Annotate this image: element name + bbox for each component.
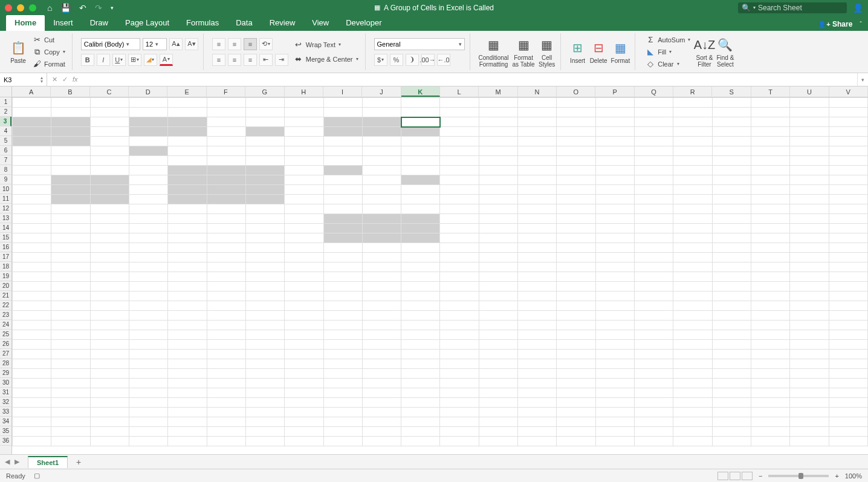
find-select-button[interactable]: 🔍Find & Select	[716, 36, 734, 68]
cell[interactable]	[751, 272, 789, 282]
cell[interactable]	[635, 108, 673, 117]
cell[interactable]	[323, 98, 362, 108]
cell[interactable]	[712, 108, 751, 117]
cell[interactable]	[51, 301, 90, 311]
cell[interactable]	[285, 417, 323, 427]
cell[interactable]	[790, 108, 829, 117]
bold-button[interactable]: B	[81, 54, 94, 66]
cell[interactable]	[790, 262, 829, 272]
cell[interactable]	[712, 214, 751, 224]
cell[interactable]	[362, 359, 401, 369]
font-color-button[interactable]: A▾	[160, 54, 173, 66]
insert-cells-button[interactable]: ⊞Insert	[569, 39, 586, 64]
cell[interactable]	[90, 204, 129, 214]
cell[interactable]	[245, 262, 284, 272]
paste-button[interactable]: 📋 Paste	[10, 39, 27, 64]
cell[interactable]	[13, 98, 51, 108]
cell[interactable]	[401, 262, 440, 272]
col-header-R[interactable]: R	[673, 86, 712, 97]
cell[interactable]	[362, 427, 401, 437]
cell[interactable]	[712, 127, 751, 137]
cell[interactable]	[362, 253, 401, 262]
cell[interactable]	[673, 243, 712, 253]
cell[interactable]	[790, 195, 829, 204]
cell[interactable]	[51, 340, 90, 350]
cell[interactable]	[440, 388, 479, 398]
cell[interactable]	[168, 388, 207, 398]
align-right-icon[interactable]: ≡	[244, 54, 257, 66]
cell[interactable]	[829, 291, 867, 301]
cell[interactable]	[13, 379, 51, 388]
cell[interactable]	[751, 175, 789, 185]
cell[interactable]	[790, 156, 829, 166]
cell[interactable]	[635, 369, 673, 379]
cell[interactable]	[595, 417, 634, 427]
cell[interactable]	[245, 359, 284, 369]
maximize-icon[interactable]	[29, 4, 36, 11]
cut-button[interactable]: ✂Cut	[30, 34, 67, 45]
cell[interactable]	[207, 398, 245, 408]
cell[interactable]	[712, 359, 751, 369]
cell[interactable]	[285, 117, 323, 127]
cell[interactable]	[168, 127, 207, 137]
cell[interactable]	[51, 427, 90, 437]
cell[interactable]	[285, 350, 323, 359]
cell[interactable]	[51, 388, 90, 398]
cell[interactable]	[323, 408, 362, 417]
copy-button[interactable]: ⧉Copy▾	[30, 47, 67, 57]
cell[interactable]	[751, 224, 789, 233]
cell[interactable]	[168, 350, 207, 359]
align-middle-icon[interactable]: ≡	[228, 38, 241, 50]
cell[interactable]	[207, 379, 245, 388]
cell[interactable]	[245, 291, 284, 301]
cell[interactable]	[245, 437, 284, 446]
cell[interactable]	[90, 243, 129, 253]
cell[interactable]	[245, 330, 284, 340]
cell[interactable]	[518, 127, 557, 137]
cell[interactable]	[90, 117, 129, 127]
cell[interactable]	[829, 379, 867, 388]
cell[interactable]	[51, 398, 90, 408]
cell[interactable]	[13, 427, 51, 437]
cell[interactable]	[673, 398, 712, 408]
cell[interactable]	[829, 98, 867, 108]
cell[interactable]	[245, 253, 284, 262]
cell[interactable]	[207, 233, 245, 243]
cell[interactable]	[207, 311, 245, 321]
cell[interactable]	[751, 214, 789, 224]
cell[interactable]	[285, 262, 323, 272]
cell[interactable]	[712, 398, 751, 408]
cell[interactable]	[712, 417, 751, 427]
cell[interactable]	[479, 291, 517, 301]
cell[interactable]	[285, 253, 323, 262]
cell[interactable]	[829, 359, 867, 369]
cell[interactable]	[595, 408, 634, 417]
cell[interactable]	[673, 253, 712, 262]
cell[interactable]	[401, 321, 440, 330]
cell[interactable]	[557, 214, 595, 224]
cell[interactable]	[595, 214, 634, 224]
cell[interactable]	[129, 127, 167, 137]
cell[interactable]	[285, 379, 323, 388]
cell[interactable]	[557, 340, 595, 350]
cell[interactable]	[635, 137, 673, 146]
cell[interactable]	[829, 233, 867, 243]
cell[interactable]	[790, 369, 829, 379]
cell[interactable]	[362, 98, 401, 108]
cell[interactable]	[168, 437, 207, 446]
cell[interactable]	[790, 204, 829, 214]
cell[interactable]	[673, 262, 712, 272]
cell[interactable]	[285, 214, 323, 224]
cell[interactable]	[557, 330, 595, 340]
cell[interactable]	[595, 175, 634, 185]
cell[interactable]	[557, 253, 595, 262]
cell[interactable]	[479, 369, 517, 379]
cell[interactable]	[595, 427, 634, 437]
cell[interactable]	[479, 98, 517, 108]
cell[interactable]	[168, 117, 207, 127]
cell[interactable]	[829, 369, 867, 379]
cell[interactable]	[129, 175, 167, 185]
row-header-10[interactable]: 10	[0, 184, 11, 194]
cell[interactable]	[595, 98, 634, 108]
home-icon[interactable]: ⌂	[47, 3, 52, 13]
